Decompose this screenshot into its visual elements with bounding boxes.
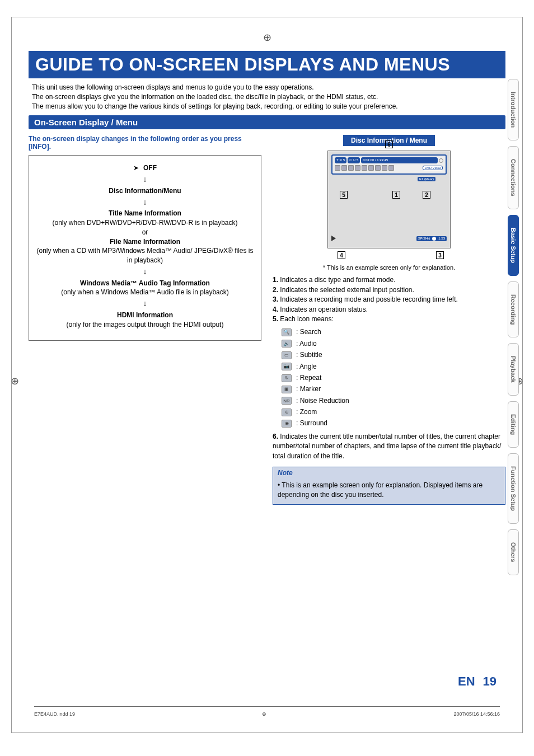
tab-basic-setup[interactable]: Basic Setup xyxy=(508,215,519,276)
callout-5: 5 xyxy=(340,191,348,199)
flow-title-paren: (only when DVD+RW/DVD+R/DVD-RW/DVD-R is … xyxy=(35,218,255,228)
flow-or: or xyxy=(35,228,255,237)
surround-icon: ◉ xyxy=(282,420,292,428)
tab-playback[interactable]: Playback xyxy=(508,343,519,396)
osd-icon xyxy=(355,165,360,171)
flow-title-info: Title Name Information xyxy=(35,209,255,218)
explain-5: Each icon means: xyxy=(280,315,333,323)
flow-hdmi-paren: (only for the images output through the … xyxy=(35,320,255,330)
play-icon xyxy=(331,236,336,241)
explain-3: Indicates a recording mode and possible … xyxy=(280,295,458,303)
flow-hdmi: HDMI Information xyxy=(35,311,255,320)
icon-search-label: : Search xyxy=(296,327,321,337)
down-arrow-icon: ↓ xyxy=(35,266,255,278)
icon-nr-label: : Noise Reduction xyxy=(296,396,349,406)
disc-icon xyxy=(439,158,443,163)
flow-wma-tag: Windows Media™ Audio Tag Information xyxy=(35,279,255,288)
crop-mark-left: ⊕ xyxy=(11,375,19,387)
tab-connections[interactable]: Connections xyxy=(508,146,519,209)
input-indicator: E1 (Rear) xyxy=(418,177,435,181)
right-column: Disc Information / Menu T 1/ 5 C 1/ 5 0:… xyxy=(273,135,505,504)
explain-2: Indicates the selected external input po… xyxy=(280,286,414,294)
title-counter: T 1/ 5 xyxy=(335,157,346,163)
example-screen: T 1/ 5 C 1/ 5 0:01:00 / 1:23:45 xyxy=(327,151,451,248)
down-arrow-icon: ↓ xyxy=(35,174,255,185)
zoom-icon: ⊕ xyxy=(282,408,292,416)
explain-6: Indicates the current title number/total… xyxy=(273,433,501,460)
rec-mode: SP(2Hr) xyxy=(418,237,430,240)
tab-recording[interactable]: Recording xyxy=(508,281,519,337)
icon-legend: 🔍: Search 🔊: Audio ▭: Subtitle 📷: Angle … xyxy=(282,327,505,429)
noise-reduction-icon: NR xyxy=(282,397,292,405)
rec-mode-badge: SP(2Hr) 1:53 xyxy=(416,236,447,241)
osd-icon xyxy=(348,165,354,171)
marker-icon: ▣ xyxy=(282,386,292,393)
osd-icon xyxy=(388,165,394,171)
note-body: • This is an example screen only for exp… xyxy=(273,478,505,504)
flow-disc-info: Disc Information/Menu xyxy=(35,186,255,196)
flow-file-info: File Name Information xyxy=(35,237,255,247)
print-timestamp: 2007/05/16 14:56:16 xyxy=(453,711,500,717)
flow-diagram: ➤OFF ↓ Disc Information/Menu ↓ Title Nam… xyxy=(29,155,261,341)
osd-icon xyxy=(382,165,387,171)
side-tabs: Introduction Connections Basic Setup Rec… xyxy=(508,79,519,575)
intro-line: This unit uses the following on-screen d… xyxy=(32,83,505,92)
dvd-badge: DVD Video xyxy=(423,166,443,170)
down-arrow-icon: ↓ xyxy=(35,197,255,208)
osd-icon xyxy=(362,165,367,171)
right-arrow-icon: ➤ xyxy=(133,163,139,173)
icon-zoom-label: : Zoom xyxy=(296,407,317,417)
repeat-icon: ↻ xyxy=(282,374,292,382)
callout-1: 1 xyxy=(392,191,400,199)
icon-angle-label: : Angle xyxy=(296,362,317,372)
icon-repeat-label: : Repeat xyxy=(296,373,321,383)
footer-rule xyxy=(34,706,500,707)
osd-icon xyxy=(375,165,381,171)
icon-surround-label: : Surround xyxy=(296,419,327,428)
osd-top-bar: T 1/ 5 C 1/ 5 0:01:00 / 1:23:45 xyxy=(331,154,447,175)
screen-caption: * This is an example screen only for exp… xyxy=(273,264,505,271)
tab-others[interactable]: Others xyxy=(508,529,519,575)
left-column: The on-screen display changes in the fol… xyxy=(29,135,261,504)
tab-function-setup[interactable]: Function Setup xyxy=(508,453,519,524)
left-heading: The on-screen display changes in the fol… xyxy=(29,135,261,151)
osd-icon xyxy=(335,165,340,171)
section-heading: On-Screen Display / Menu xyxy=(29,115,505,129)
icon-audio-label: : Audio xyxy=(296,339,317,349)
crop-mark-top: ⊕ xyxy=(263,31,271,44)
callout-4: 4 xyxy=(338,251,345,259)
explain-4: Indicates an operation status. xyxy=(280,306,368,313)
print-file: E7E4AUD.indd 19 xyxy=(34,711,75,717)
intro-line: The on-screen displays give you the info… xyxy=(32,92,505,102)
footer-lang: EN xyxy=(458,674,475,689)
callout-3: 3 xyxy=(436,251,444,259)
intro-line: The menus allow you to change the variou… xyxy=(32,102,505,111)
callout-2: 2 xyxy=(423,191,430,199)
down-arrow-icon: ↓ xyxy=(35,298,255,309)
icon-subtitle-label: : Subtitle xyxy=(296,350,322,360)
audio-icon: 🔊 xyxy=(282,340,292,348)
flow-file-paren: (only when a CD with MP3/Windows Media™ … xyxy=(35,246,255,265)
print-center-mark: ⊕ xyxy=(262,711,266,717)
subtitle-icon: ▭ xyxy=(282,351,292,359)
intro-text: This unit uses the following on-screen d… xyxy=(32,83,505,111)
callout-6: 6 xyxy=(385,140,393,148)
page-title: GUIDE TO ON-SCREEN DISPLAYS AND MENUS xyxy=(29,51,505,78)
page-footer: EN 19 xyxy=(458,674,496,689)
footer-page: 19 xyxy=(483,674,496,689)
disc-mini-icon xyxy=(432,237,436,241)
time-counter: 0:01:00 / 1:23:45 xyxy=(361,157,438,163)
search-icon: 🔍 xyxy=(282,328,292,336)
icon-marker-label: : Marker xyxy=(296,384,321,394)
osd-icon xyxy=(368,165,374,171)
print-info: E7E4AUD.indd 19 ⊕ 2007/05/16 14:56:16 xyxy=(34,711,500,717)
manual-page: ⊕ ⊕ ⊕ GUIDE TO ON-SCREEN DISPLAYS AND ME… xyxy=(11,17,523,733)
remain-time: 1:53 xyxy=(438,237,445,240)
note-heading: Note xyxy=(273,467,505,478)
tab-editing[interactable]: Editing xyxy=(508,401,519,448)
explain-1: Indicates a disc type and format mode. xyxy=(280,276,395,284)
tab-introduction[interactable]: Introduction xyxy=(508,79,519,140)
osd-icon xyxy=(341,165,347,171)
flow-wma-paren: (only when a Windows Media™ Audio file i… xyxy=(35,288,255,297)
flow-off: OFF xyxy=(143,164,157,172)
